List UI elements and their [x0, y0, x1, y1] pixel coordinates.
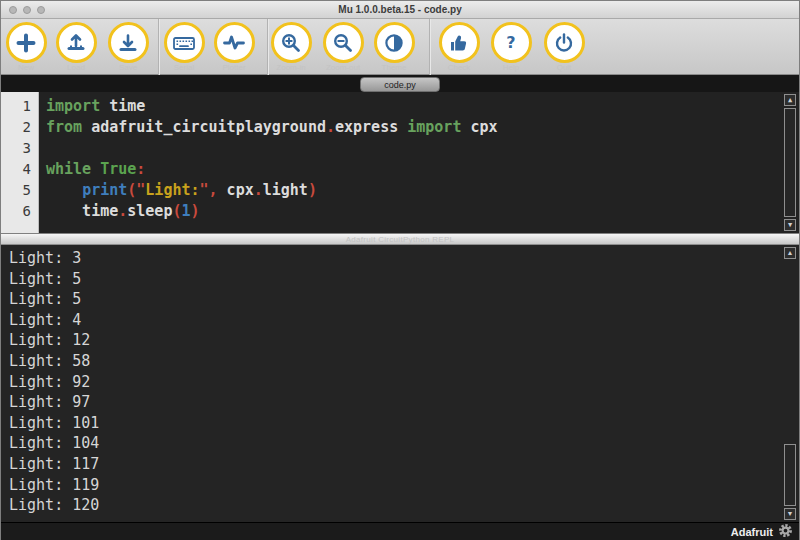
console-line: Light: 101	[9, 413, 779, 434]
splitter-label: Adafruit CircuitPython REPL	[346, 235, 455, 244]
code-token: ,	[209, 181, 218, 199]
code-token: .	[326, 118, 335, 136]
code-line	[46, 138, 799, 159]
plotter-icon	[221, 31, 247, 55]
serial-console[interactable]: Light: 3Light: 5Light: 5Light: 4Light: 1…	[1, 245, 799, 522]
mode-label: Adafruit	[731, 526, 773, 538]
line-number: 1	[1, 96, 31, 117]
code-line: print("Light:", cpx.light)	[46, 180, 799, 201]
pane-splitter[interactable]: Adafruit CircuitPython REPL	[1, 233, 799, 245]
serial-button[interactable]: Serial	[162, 22, 206, 72]
toolbar-separator	[267, 19, 268, 75]
console-scrollbar-thumb[interactable]	[784, 444, 796, 506]
theme-button[interactable]: Theme	[372, 22, 416, 72]
line-number: 4	[1, 159, 31, 180]
line-number: 5	[1, 180, 31, 201]
traffic-lights	[9, 6, 45, 14]
plotter-button[interactable]: Plotter	[212, 22, 256, 72]
plus-icon	[14, 31, 38, 55]
zoom-in-button[interactable]: Zoom-in	[269, 22, 313, 72]
window-title: Mu 1.0.0.beta.15 - code.py	[338, 4, 461, 15]
code-token: "	[200, 181, 209, 199]
zoom-button[interactable]	[37, 6, 45, 14]
code-token: while	[46, 160, 91, 178]
code-token: True	[100, 160, 136, 178]
code-area[interactable]: import timefrom adafruit_circuitplaygrou…	[39, 92, 799, 233]
toolbar-button-label: Check	[437, 63, 481, 72]
code-token: sleep	[127, 202, 172, 220]
scroll-down-icon[interactable]: ▼	[784, 508, 796, 520]
code-token: time	[100, 97, 145, 115]
toolbar-button-label: Theme	[372, 63, 416, 72]
editor-scrollbar[interactable]: ▲ ▼	[783, 94, 797, 231]
toolbar-separator	[429, 19, 430, 75]
upload-icon	[64, 31, 88, 55]
code-token: time	[46, 202, 118, 220]
line-number: 6	[1, 201, 31, 222]
tab-bar: code.py	[1, 75, 799, 92]
code-token: light	[263, 181, 308, 199]
titlebar: Mu 1.0.0.beta.15 - code.py	[1, 1, 799, 19]
thumbs-up-icon	[447, 31, 471, 55]
code-token: cpx	[461, 118, 497, 136]
editor-scrollbar-thumb[interactable]	[784, 108, 796, 217]
console-line: Light: 5	[9, 269, 779, 290]
console-line: Light: 104	[9, 433, 779, 454]
scroll-up-icon[interactable]: ▲	[784, 94, 796, 106]
line-number: 2	[1, 117, 31, 138]
code-token: cpx	[218, 181, 254, 199]
toolbar-button-label: Load	[54, 63, 98, 72]
toolbar-button-label: Plotter	[212, 63, 256, 72]
gear-icon[interactable]	[778, 523, 793, 540]
download-icon	[116, 31, 140, 55]
minimize-button[interactable]	[23, 6, 31, 14]
svg-text:?: ?	[506, 33, 515, 52]
toolbar-button-label: Help	[489, 63, 533, 72]
code-token: "	[136, 181, 145, 199]
code-token: (	[127, 181, 136, 199]
tab-code-py[interactable]: code.py	[360, 77, 440, 92]
toolbar: New Load Save Serial Plotter	[1, 19, 799, 75]
console-line: Light: 119	[9, 475, 779, 496]
scroll-up-icon[interactable]: ▲	[784, 247, 796, 259]
close-button[interactable]	[9, 6, 17, 14]
load-button[interactable]: Load	[54, 22, 98, 72]
tab-label: code.py	[384, 80, 416, 90]
code-token: print	[82, 181, 127, 199]
code-line: from adafruit_circuitplayground.express …	[46, 117, 799, 138]
code-token: import	[46, 97, 100, 115]
contrast-icon	[382, 31, 406, 55]
zoom-out-icon	[331, 31, 355, 55]
save-button[interactable]: Save	[106, 22, 150, 72]
console-line: Light: 3	[9, 248, 779, 269]
code-editor[interactable]: 123456 import timefrom adafruit_circuitp…	[1, 92, 799, 233]
console-line: Light: 12	[9, 330, 779, 351]
toolbar-button-label: Zoom-out	[321, 63, 365, 72]
toolbar-button-label: Serial	[162, 63, 206, 72]
line-number: 3	[1, 138, 31, 159]
code-token	[46, 181, 82, 199]
status-bar: Adafruit	[1, 522, 799, 540]
scroll-down-icon[interactable]: ▼	[784, 219, 796, 231]
code-token: )	[308, 181, 317, 199]
console-line: Light: 4	[9, 310, 779, 331]
toolbar-separator	[158, 19, 159, 75]
code-token: :	[136, 160, 145, 178]
question-icon: ?	[499, 31, 523, 55]
quit-button[interactable]: Quit	[542, 22, 586, 72]
code-token	[91, 160, 100, 178]
code-line: import time	[46, 96, 799, 117]
console-line: Light: 120	[9, 495, 779, 516]
console-scrollbar[interactable]: ▲ ▼	[783, 247, 797, 520]
check-button[interactable]: Check	[437, 22, 481, 72]
keyboard-icon	[171, 31, 197, 55]
new-button[interactable]: New	[4, 22, 48, 72]
help-button[interactable]: ? Help	[489, 22, 533, 72]
code-token: .	[118, 202, 127, 220]
toolbar-button-label: Zoom-in	[269, 63, 313, 72]
code-line: while True:	[46, 159, 799, 180]
code-token: from	[46, 118, 82, 136]
mu-editor-window: Mu 1.0.0.beta.15 - code.py New Load Save	[0, 0, 800, 540]
console-line: Light: 5	[9, 289, 779, 310]
zoom-out-button[interactable]: Zoom-out	[321, 22, 365, 72]
